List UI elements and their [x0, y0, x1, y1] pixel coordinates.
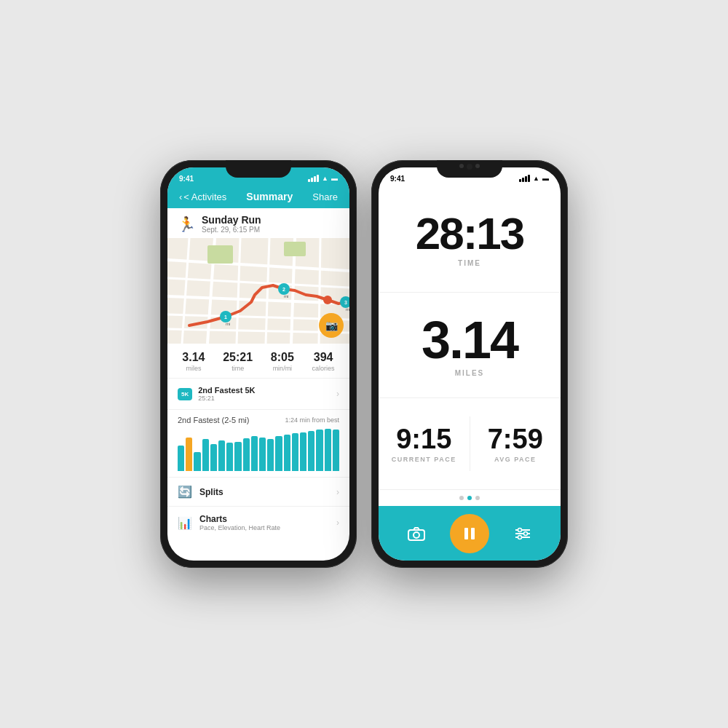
nav-bar-1: ‹ < Activites Summary Share [167, 186, 349, 208]
pause-icon [462, 526, 477, 541]
stat-miles: 3.14 miles [182, 351, 205, 372]
chart-bar [292, 433, 298, 471]
tracker-miles-label: MILES [455, 369, 485, 377]
status-icons-1: ▲ ▬ [308, 175, 338, 182]
stat-calories: 394 calories [312, 351, 335, 372]
splits-item[interactable]: 🔄 Splits › [167, 477, 349, 506]
charts-left: 📊 Charts Pace, Elevation, Heart Rate [178, 514, 280, 531]
chart-bar [226, 443, 233, 471]
tracker-controls [379, 506, 561, 561]
notch-2 [437, 160, 502, 178]
splits-chevron-icon: › [336, 487, 339, 497]
stat-miles-label: miles [182, 365, 205, 372]
stat-pace: 8:05 min/mi [271, 351, 294, 372]
chart-bar [333, 430, 339, 471]
wifi-icon-1: ▲ [322, 175, 328, 182]
tracker-screen: 28:13 TIME 3.14 MILES 9:15 CURRENT PACE [379, 186, 561, 561]
charts-icon: 📊 [178, 516, 192, 530]
stat-time-label: time [223, 365, 253, 372]
svg-text:mi: mi [346, 307, 349, 312]
chart-bar [194, 452, 200, 471]
share-button[interactable]: Share [312, 191, 338, 202]
svg-point-23 [323, 296, 332, 304]
perf-header: 2nd Fastest (2-5 mi) 1:24 min from best [178, 416, 339, 424]
signal-icon-1 [308, 175, 319, 182]
current-pace-label: CURRENT PACE [392, 456, 456, 463]
screen-activity: 9:41 ▲ ▬ ‹ < Activites [167, 167, 349, 561]
charts-item[interactable]: 📊 Charts Pace, Elevation, Heart Rate › [167, 506, 349, 539]
splits-left: 🔄 Splits [178, 485, 223, 499]
stat-time-value: 25:21 [223, 351, 253, 364]
camera-button[interactable]: 📷 [319, 313, 344, 338]
current-pace-item: 9:15 CURRENT PACE [379, 418, 470, 470]
chart-bar [325, 429, 331, 471]
stats-row: 3.14 miles 25:21 time 8:05 min/mi 394 ca… [167, 344, 349, 379]
phone-activity: 9:41 ▲ ▬ ‹ < Activites [160, 160, 357, 568]
nav-title-1: Summary [246, 191, 293, 202]
perf-title: 2nd Fastest (2-5 mi) [178, 416, 249, 424]
chart-bar [178, 446, 184, 471]
stat-calories-label: calories [312, 365, 335, 372]
notch-1 [226, 160, 291, 178]
chart-bar [251, 436, 258, 471]
screen-tracker: 9:41 ▲ ▬ 28:13 TIME [379, 167, 561, 561]
status-time-2: 9:41 [390, 175, 405, 183]
chart-bar [259, 438, 266, 471]
stat-pace-value: 8:05 [271, 351, 294, 364]
svg-text:1: 1 [224, 314, 227, 320]
back-chevron-icon: ‹ [179, 191, 182, 202]
achievement-chevron-icon: › [336, 389, 339, 399]
pace-section: 9:15 CURRENT PACE 7:59 AVG PACE [379, 398, 561, 490]
settings-ctrl-icon [514, 526, 531, 541]
svg-text:3: 3 [344, 300, 347, 305]
svg-text:mi: mi [226, 322, 230, 326]
chart-bar [210, 444, 217, 471]
camera-ctrl-icon [408, 526, 425, 541]
camera-control-button[interactable] [403, 521, 430, 547]
wifi-icon-2: ▲ [533, 175, 539, 182]
back-button[interactable]: ‹ < Activites [179, 191, 226, 202]
svg-point-25 [414, 532, 419, 538]
activity-date: Sept. 29, 6:15 PM [202, 226, 261, 234]
chart-bar [308, 431, 314, 471]
stat-miles-value: 3.14 [182, 351, 205, 364]
svg-rect-13 [284, 242, 306, 256]
bar-chart [178, 429, 339, 472]
back-label: < Activites [183, 191, 226, 202]
chart-bar [275, 436, 282, 471]
chart-bar [284, 435, 290, 471]
svg-rect-27 [471, 528, 475, 539]
tracker-time: 28:13 [416, 211, 524, 256]
chart-bar [316, 430, 323, 471]
time-section: 28:13 TIME [379, 186, 561, 293]
svg-point-32 [524, 531, 528, 535]
dot-3 [475, 496, 480, 500]
svg-text:mi: mi [284, 294, 288, 298]
svg-text:2: 2 [282, 287, 285, 292]
chart-bar [186, 438, 192, 471]
battery-icon-1: ▬ [331, 175, 338, 182]
dot-2 [467, 496, 472, 500]
miles-section: 3.14 MILES [379, 293, 561, 399]
splits-icon: 🔄 [178, 485, 192, 499]
charts-sub: Pace, Elevation, Heart Rate [199, 524, 280, 531]
battery-icon-2: ▬ [542, 175, 549, 182]
achievement-sub: 25:21 [198, 395, 255, 402]
activity-title: Sunday Run [202, 214, 261, 226]
achievement-title: 2nd Fastest 5K [198, 386, 255, 395]
settings-control-button[interactable] [510, 521, 536, 547]
signal-icon-2 [519, 175, 530, 182]
stat-calories-value: 394 [312, 351, 335, 364]
performance-section: 2nd Fastest (2-5 mi) 1:24 min from best [167, 410, 349, 477]
page-dots [379, 490, 561, 506]
map-container[interactable]: 1 mi 2 mi 3 mi 📷 [167, 238, 349, 344]
stat-pace-label: min/mi [271, 365, 294, 372]
achievement-row[interactable]: 5K 2nd Fastest 5K 25:21 › [167, 379, 349, 410]
chart-bar [267, 439, 274, 471]
chart-bar [243, 438, 250, 471]
charts-chevron-icon: › [336, 518, 339, 528]
perf-detail: 1:24 min from best [285, 416, 339, 424]
chart-bar [218, 440, 225, 471]
pause-button[interactable] [450, 514, 489, 553]
avg-pace-label: AVG PACE [494, 456, 537, 463]
